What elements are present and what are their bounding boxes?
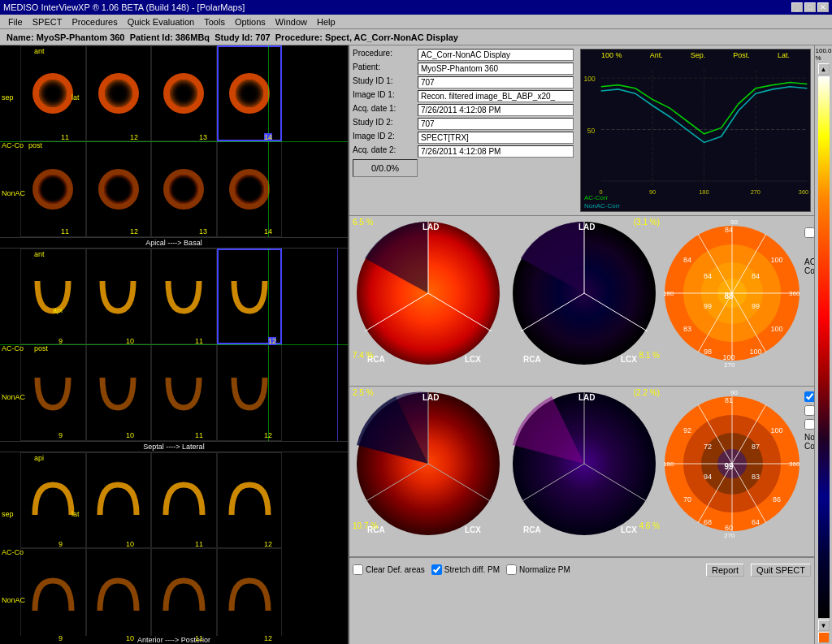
ac-pct-bl: 7.4 % [353, 351, 374, 360]
svg-text:70: 70 [683, 495, 691, 504]
num-11-bottom: 11 [61, 227, 69, 236]
acq1-value-tbl: 7/26/2011 4:12:08 PM [418, 104, 574, 116]
lat-graph-label: Lat. [778, 51, 790, 59]
procedure-value-tbl: AC_Corr-NonAC Display [418, 49, 574, 61]
hide-sel-checkbox[interactable] [804, 419, 814, 430]
info-row-image2: Image ID 2: SPECT[TRX] [353, 132, 574, 144]
nonac-corr-row-label: NonAC-Corr [804, 433, 814, 481]
svg-text:99: 99 [752, 302, 760, 310]
num-11-hla-b: 11 [195, 634, 203, 642]
profile-graph: 100 50 0 90 180 270 360 [581, 61, 810, 198]
normalize-pm-label-2[interactable]: Normalize PM [506, 564, 570, 575]
svg-text:99: 99 [724, 462, 734, 471]
menu-procedures[interactable]: Procedures [67, 17, 122, 27]
polar-top-row: 6.5 % 7.4 % [349, 216, 814, 387]
scroll-up-arrow[interactable]: ▲ [818, 63, 830, 75]
nonac-label-3: NonAC [2, 596, 25, 604]
num-9-hla-b: 9 [58, 634, 63, 642]
study2-label-tbl: Study ID 2: [353, 118, 418, 130]
num-11-hla: 11 [195, 540, 203, 548]
svg-text:180: 180 [699, 188, 708, 196]
svg-text:90: 90 [649, 188, 656, 196]
ac-corr-row: AC-Corr 6.0 % < 50 % AC-Corr - NonAC-Cor… [804, 247, 814, 286]
color-swatch [818, 632, 830, 643]
right-controls-top: Reg. details Export tables AC-Corr 6.0 %… [801, 218, 814, 384]
menu-options[interactable]: Options [230, 17, 271, 27]
maximize-button[interactable]: □ [804, 2, 816, 12]
app-title: MEDISO InterViewXP ® 1.06 BETA (Build 14… [3, 2, 245, 12]
svg-text:64: 64 [752, 518, 760, 526]
svg-text:LCX: LCX [465, 355, 481, 364]
stretch-diff-label[interactable]: Stretch diff. PM [431, 564, 500, 575]
reg-details-checkbox[interactable] [804, 227, 814, 238]
image2-value-tbl: SPECT[TRX] [418, 132, 574, 144]
num-13-top: 13 [199, 133, 207, 141]
menu-spect[interactable]: SPECT [28, 17, 67, 27]
clear-def-text: Clear Def. areas [366, 565, 425, 574]
hide-sel-row: Hide sel. [804, 419, 814, 430]
acq2-label-tbl: Acq. date 2: [353, 145, 418, 158]
svg-text:68: 68 [704, 518, 712, 526]
ant-label-2: ant [34, 250, 45, 258]
acq1-label-tbl: Acq. date 1: [353, 104, 418, 116]
num-12-bottom: 12 [130, 227, 138, 236]
clear-def-label[interactable]: Clear Def. areas [353, 564, 425, 575]
lat-label: lat [72, 93, 80, 102]
normalize-pm-checkbox-2[interactable] [506, 564, 517, 575]
bulls-eye-bottom-svg: 81 99 72 87 92 100 94 83 70 86 68 64 60 … [663, 388, 801, 538]
ac-corr-polar-map: 6.5 % 7.4 % [351, 218, 505, 380]
study-id: 707 [255, 32, 270, 42]
num-10-vla: 10 [126, 337, 134, 345]
menu-help[interactable]: Help [312, 17, 340, 27]
scroll-down-arrow[interactable]: ▼ [818, 620, 830, 631]
info-row-acq1: Acq. date 1: 7/26/2011 4:12:08 PM [353, 104, 574, 116]
sep-label-2: sep [2, 510, 14, 518]
num-9-vla: 9 [58, 337, 63, 345]
sa-section: ant sep lat AC-Co post NonAC 11 12 13 14… [0, 45, 348, 238]
graph-area: 100 % Ant. Sep. Post. Lat. [580, 49, 811, 212]
close-button[interactable]: ✕ [817, 2, 829, 12]
post-label-2: post [34, 344, 48, 352]
title-bar: MEDISO InterViewXP ® 1.06 BETA (Build 14… [0, 0, 832, 15]
num-12-vla-b: 12 [264, 431, 272, 439]
svg-text:83: 83 [683, 325, 691, 333]
sep-graph-label: Sep. [691, 51, 706, 59]
nonac-corr-polar-map: 2.5 % 10.7 % [351, 388, 505, 551]
ac-pct-tr: (3.1 %) [634, 218, 660, 227]
info-row-study1: Study ID 1: 707 [353, 76, 574, 89]
post-label: post [28, 141, 42, 149]
patient-id-label: Patient Id: [130, 32, 173, 42]
post-graph-label: Post. [733, 51, 750, 59]
stretch-diff-text: Stretch diff. PM [444, 565, 500, 574]
normalize-checkbox[interactable] [804, 391, 814, 402]
num-9-hla: 9 [58, 540, 63, 548]
svg-text:LCX: LCX [465, 525, 481, 534]
normalize-row: Normalize [804, 391, 814, 402]
stretch-diff-checkbox[interactable] [431, 564, 442, 575]
menu-tools[interactable]: Tools [199, 17, 230, 27]
patient-value-tbl: MyoSP-Phantom 360 [418, 63, 574, 75]
bulls-eye-bottom: 81 99 72 87 92 100 94 83 70 86 68 64 60 … [663, 388, 801, 551]
nonac-label-1: NonAC [2, 189, 25, 197]
hla-section: api sep lat AC-Co NonAC 9 10 11 12 9 10 … [0, 452, 348, 644]
menu-file[interactable]: File [3, 17, 28, 27]
num-13-bottom: 13 [199, 227, 207, 236]
patient-id: 386MBq [176, 32, 210, 42]
svg-text:LCX: LCX [621, 355, 637, 364]
num-12-hla-b: 12 [264, 634, 272, 642]
window-controls[interactable]: _ □ ✕ [791, 2, 829, 12]
acq2-value-tbl: 7/26/2011 4:12:08 PM [418, 145, 574, 158]
normalize-pm-checkbox[interactable] [804, 405, 814, 416]
clear-def-checkbox[interactable] [353, 564, 363, 575]
svg-text:84: 84 [725, 226, 733, 234]
svg-text:100: 100 [749, 348, 761, 356]
quit-spect-button[interactable]: Quit SPECT [751, 564, 811, 577]
menu-quick-eval[interactable]: Quick Evaluation [123, 17, 200, 27]
api-label: api [53, 306, 63, 314]
menu-bar: File SPECT Procedures Quick Evaluation T… [0, 15, 832, 29]
menu-window[interactable]: Window [271, 17, 312, 27]
scroll-percent: 100.0 % [813, 45, 832, 63]
report-button[interactable]: Report [706, 564, 744, 577]
minimize-button[interactable]: _ [791, 2, 803, 12]
nonac-pct-br: 4.6 % [639, 521, 660, 530]
